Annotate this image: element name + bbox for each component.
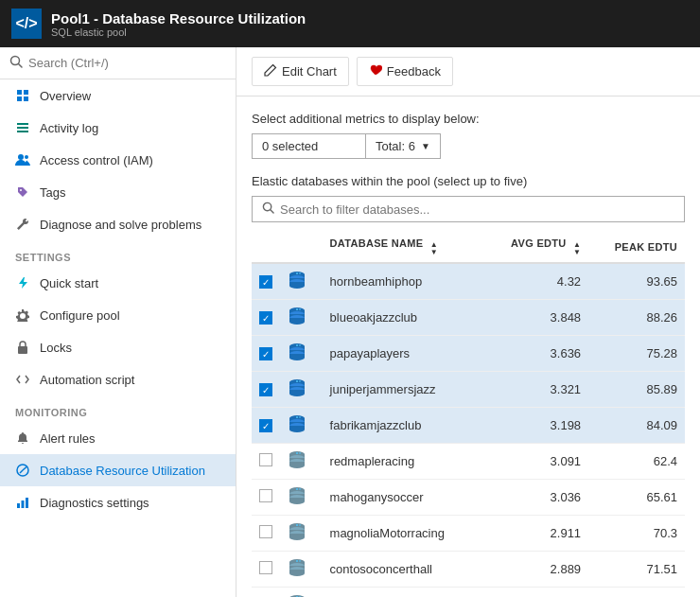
avg-edtu: 2.889 xyxy=(483,552,588,588)
sidebar-item-access-control[interactable]: Access control (IAM) xyxy=(0,144,236,176)
app-icon: </> xyxy=(11,9,42,39)
table-row[interactable]: contosoconcerthall2.88971.51 xyxy=(252,552,685,588)
db-icon-cell xyxy=(280,300,323,336)
sidebar-item-db-resource[interactable]: Database Resource Utilization xyxy=(0,454,236,486)
automation-script-label: Automation script xyxy=(40,373,134,387)
list-icon xyxy=(15,120,30,135)
peak-edtu: 88.26 xyxy=(588,300,685,336)
db-resource-label: Database Resource Utilization xyxy=(40,464,205,478)
chevron-down-icon: ▼ xyxy=(421,141,430,151)
sidebar-item-diagnostics[interactable]: Diagnostics settings xyxy=(0,486,236,518)
svg-rect-6 xyxy=(17,123,28,125)
row-checkbox[interactable] xyxy=(252,444,280,480)
database-icon xyxy=(288,378,306,398)
tag-icon xyxy=(15,184,30,200)
search-box[interactable] xyxy=(0,47,236,79)
table-row[interactable]: ✓ blueoakjazzclub3.84888.26 xyxy=(252,300,685,336)
sidebar-item-automation-script[interactable]: Automation script xyxy=(0,363,236,395)
checked-icon: ✓ xyxy=(259,419,272,432)
unchecked-icon xyxy=(259,489,272,502)
sidebar-item-alert-rules[interactable]: Alert rules xyxy=(0,422,236,454)
svg-rect-2 xyxy=(17,90,22,95)
sidebar-item-tags[interactable]: Tags xyxy=(0,176,236,208)
heart-icon xyxy=(369,63,382,79)
peak-edtu: 57.49 xyxy=(588,588,685,598)
row-checkbox[interactable]: ✓ xyxy=(252,263,280,300)
svg-point-25 xyxy=(289,283,305,289)
row-checkbox[interactable]: ✓ xyxy=(252,300,280,336)
sidebar-item-locks[interactable]: Locks xyxy=(0,331,236,363)
main-content: Edit Chart Feedback Select additional me… xyxy=(236,47,700,597)
avg-edtu: 3.321 xyxy=(483,372,588,408)
database-icon xyxy=(288,521,306,542)
monitoring-section-label: MONITORING xyxy=(0,395,236,422)
quick-start-label: Quick start xyxy=(40,276,98,290)
db-name: magnoliaMotorracing xyxy=(323,516,483,552)
table-row[interactable]: magnoliaMotorracing2.91170.3 xyxy=(252,516,685,552)
edit-chart-button[interactable]: Edit Chart xyxy=(252,57,349,86)
svg-rect-12 xyxy=(18,346,27,354)
table-row[interactable]: dogwooddojo2.73157.49 xyxy=(252,588,685,598)
svg-point-34 xyxy=(289,319,305,325)
header: </> Pool1 - Database Resource Utilizatio… xyxy=(0,0,700,47)
checked-icon: ✓ xyxy=(259,275,272,289)
row-checkbox[interactable] xyxy=(252,516,280,552)
search-input[interactable] xyxy=(28,56,226,70)
svg-rect-15 xyxy=(22,500,25,508)
database-icon xyxy=(288,449,306,470)
row-checkbox[interactable]: ✓ xyxy=(252,336,280,372)
metrics-total-dropdown[interactable]: Total: 6 ▼ xyxy=(365,133,441,159)
db-search-input[interactable] xyxy=(280,202,674,217)
grid-icon xyxy=(15,88,30,103)
toolbar: Edit Chart Feedback xyxy=(236,47,700,97)
people-icon xyxy=(15,152,30,167)
sidebar-item-quick-start[interactable]: Quick start xyxy=(0,267,236,299)
page-title: Pool1 - Database Resource Utilization xyxy=(51,10,306,26)
db-name: redmapleracing xyxy=(323,444,483,480)
row-checkbox[interactable] xyxy=(252,480,280,516)
db-icon-cell xyxy=(280,372,323,408)
unchecked-icon xyxy=(259,561,272,574)
unchecked-icon xyxy=(259,453,272,466)
settings-section-label: SETTINGS xyxy=(0,240,236,267)
col-db-name[interactable]: DATABASE NAME ▲▼ xyxy=(323,232,483,263)
row-checkbox[interactable]: ✓ xyxy=(252,372,280,408)
gear-icon xyxy=(15,307,30,323)
svg-rect-3 xyxy=(24,90,28,95)
metrics-selected-display: 0 selected xyxy=(252,133,365,159)
table-row[interactable]: ✓ papayaplayers3.63675.28 xyxy=(252,336,685,372)
sort-arrows-avg: ▲▼ xyxy=(573,241,581,256)
sidebar-item-overview[interactable]: Overview xyxy=(0,79,236,112)
access-control-label: Access control (IAM) xyxy=(40,153,153,167)
table-row[interactable]: ✓ fabrikamjazzclub3.19884.09 xyxy=(252,408,685,444)
col-avg-edtu[interactable]: AVG EDTU ▲▼ xyxy=(483,232,588,263)
table-row[interactable]: ✓ juniperjammersjazz3.32185.89 xyxy=(252,372,685,408)
row-checkbox[interactable] xyxy=(252,588,280,598)
metrics-select-control[interactable]: 0 selected Total: 6 ▼ xyxy=(252,133,685,159)
sidebar-item-activity-log[interactable]: Activity log xyxy=(0,112,236,144)
row-checkbox[interactable]: ✓ xyxy=(252,408,280,444)
tags-label: Tags xyxy=(40,185,65,200)
search-icon xyxy=(9,55,23,71)
svg-point-79 xyxy=(289,499,305,504)
database-icon xyxy=(288,485,306,506)
svg-point-61 xyxy=(289,427,305,432)
table-row[interactable]: redmapleracing3.09162.4 xyxy=(252,444,685,480)
db-search-box[interactable] xyxy=(252,196,685,222)
unchecked-icon xyxy=(259,525,272,538)
avg-edtu: 2.911 xyxy=(483,516,588,552)
flash-icon xyxy=(15,275,30,290)
db-icon-cell xyxy=(280,408,323,444)
db-name: blueoakjazzclub xyxy=(323,300,483,336)
db-icon-cell xyxy=(280,480,323,516)
feedback-button[interactable]: Feedback xyxy=(357,57,453,86)
sidebar-item-diagnose[interactable]: Diagnose and solve problems xyxy=(0,208,236,240)
sidebar-item-configure-pool[interactable]: Configure pool xyxy=(0,299,236,331)
table-row[interactable]: ✓ hornbeamhiphop4.3293.65 xyxy=(252,263,685,300)
avg-edtu: 3.036 xyxy=(483,480,588,516)
row-checkbox[interactable] xyxy=(252,552,280,588)
content-area: Select additional metrics to display bel… xyxy=(236,97,700,597)
peak-edtu: 85.89 xyxy=(588,372,685,408)
avg-edtu: 4.32 xyxy=(483,263,588,300)
table-row[interactable]: mahoganysoccer3.03665.61 xyxy=(252,480,685,516)
